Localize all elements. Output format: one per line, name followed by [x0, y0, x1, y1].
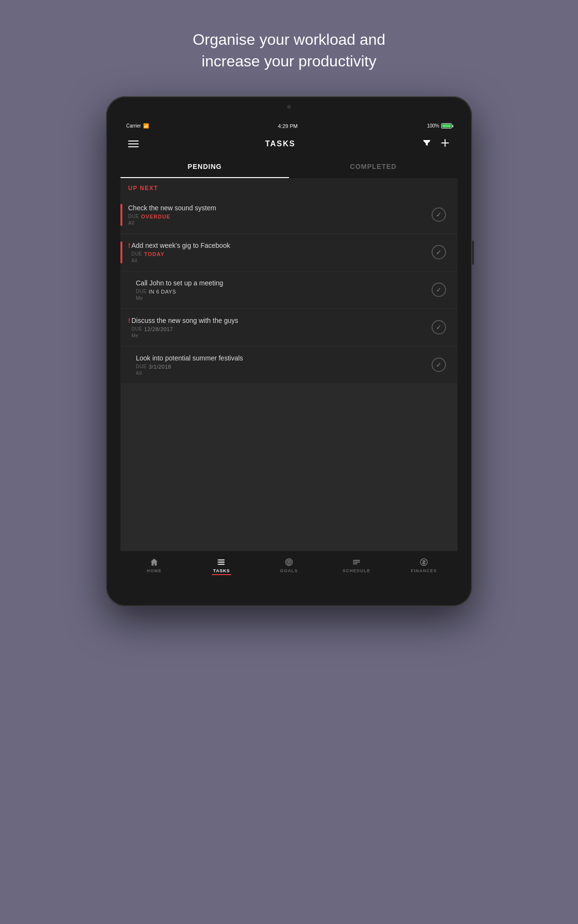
nav-label-tasks: TASKS [213, 568, 230, 573]
task-item: Check the new sound system DUE OVERDUE A… [120, 196, 458, 234]
task-meta: DUE IN 6 DAYS [136, 289, 426, 295]
plus-icon [440, 138, 450, 148]
svg-rect-2 [219, 564, 225, 565]
schedule-icon [352, 558, 361, 566]
assignee-tag: All [131, 258, 426, 263]
nav-item-schedule[interactable]: SCHEDULE [323, 558, 390, 575]
exclamation-icon: ! [128, 242, 131, 249]
complete-button[interactable]: ✓ [432, 358, 446, 372]
task-name: Call John to set up a meeting [136, 279, 426, 287]
tabs-container: PENDING COMPLETED [120, 156, 458, 178]
tasks-icon [217, 558, 226, 566]
check-icon: ✓ [436, 286, 442, 294]
nav-label-goals: GOALS [280, 568, 298, 573]
battery-fill [442, 124, 451, 128]
hero-text-line1: Organise your workload and [193, 29, 385, 51]
tablet-screen: Carrier 📶 4:29 PM 100% TASKS [120, 120, 458, 582]
svg-rect-10 [353, 562, 360, 563]
hero-text-line2: increase your productivity [193, 51, 385, 72]
task-content: Call John to set up a meeting DUE IN 6 D… [136, 279, 426, 301]
task-item: ! Discuss the new song with the guys DUE… [120, 309, 458, 346]
task-meta: DUE OVERDUE [128, 214, 426, 219]
header-actions [422, 138, 450, 150]
svg-rect-3 [218, 560, 219, 561]
task-content: Discuss the new song with the guys DUE 1… [131, 317, 426, 338]
priority-bar [120, 354, 122, 376]
svg-rect-5 [218, 564, 219, 565]
complete-button[interactable]: ✓ [432, 207, 446, 222]
task-name: Discuss the new song with the guys [131, 317, 426, 324]
svg-rect-9 [353, 560, 360, 561]
exclamation-icon: ! [128, 317, 131, 324]
task-content: Check the new sound system DUE OVERDUE A… [128, 204, 426, 226]
task-content: Look into potential summer festivals DUE… [136, 354, 426, 376]
carrier-text: Carrier [126, 123, 141, 128]
task-meta: DUE TODAY [131, 251, 426, 257]
tasks-list: Check the new sound system DUE OVERDUE A… [120, 196, 458, 551]
status-time: 4:29 PM [278, 123, 298, 129]
svg-rect-1 [219, 562, 225, 563]
goals-icon [285, 558, 293, 566]
filter-icon [422, 138, 432, 148]
nav-label-finances: FINANCES [411, 568, 437, 573]
check-icon: ✓ [436, 323, 442, 331]
content-area: UP NEXT Check the new sound system DUE O… [120, 178, 458, 551]
battery-percent: 100% [427, 123, 439, 128]
priority-bar [120, 204, 122, 226]
app-header: TASKS [120, 132, 458, 156]
home-icon [150, 558, 158, 566]
complete-button[interactable]: ✓ [432, 245, 446, 259]
bottom-nav: HOME TASKS [120, 551, 458, 582]
nav-label-schedule: SCHEDULE [342, 568, 370, 573]
task-name: Check the new sound system [128, 204, 426, 212]
task-item: ! Add next week's gig to Facebook DUE TO… [120, 234, 458, 271]
empty-space [120, 384, 458, 551]
svg-point-7 [287, 560, 291, 565]
status-left: Carrier 📶 [126, 123, 149, 128]
nav-item-finances[interactable]: FINANCES [390, 558, 458, 575]
complete-button[interactable]: ✓ [432, 282, 446, 297]
task-item: Look into potential summer festivals DUE… [120, 346, 458, 384]
priority-bar [120, 242, 122, 263]
nav-label-home: HOME [147, 568, 162, 573]
tab-pending[interactable]: PENDING [120, 156, 289, 178]
assignee-tag: Me [136, 295, 426, 301]
svg-rect-0 [219, 560, 225, 561]
task-meta: DUE 12/28/2017 [131, 326, 426, 332]
check-icon: ✓ [436, 211, 442, 218]
hero-tagline: Organise your workload and increase your… [193, 29, 385, 72]
task-content: Add next week's gig to Facebook DUE TODA… [131, 242, 426, 263]
wifi-icon: 📶 [143, 123, 149, 128]
task-name: Look into potential summer festivals [136, 354, 426, 362]
battery-bar [441, 123, 452, 128]
complete-button[interactable]: ✓ [432, 320, 446, 334]
nav-item-goals[interactable]: GOALS [255, 558, 323, 575]
add-button[interactable] [440, 138, 450, 150]
assignee-tag: Me [131, 333, 426, 338]
svg-rect-11 [353, 564, 357, 565]
task-item: Call John to set up a meeting DUE IN 6 D… [120, 271, 458, 309]
check-icon: ✓ [436, 361, 442, 369]
nav-item-tasks[interactable]: TASKS [188, 558, 255, 575]
priority-bar [120, 279, 122, 301]
status-bar: Carrier 📶 4:29 PM 100% [120, 120, 458, 132]
svg-point-8 [288, 561, 290, 563]
section-header: UP NEXT [120, 178, 458, 196]
task-meta: DUE 3/1/2018 [136, 364, 426, 370]
assignee-tag: All [136, 371, 426, 376]
filter-button[interactable] [422, 138, 432, 150]
nav-item-home[interactable]: HOME [120, 558, 188, 575]
svg-rect-4 [218, 562, 219, 563]
check-icon: ✓ [436, 248, 442, 256]
priority-bar [120, 317, 122, 338]
app-title: TASKS [265, 140, 295, 148]
battery-icon [441, 123, 452, 128]
up-next-label: UP NEXT [128, 185, 450, 192]
assignee-tag: All [128, 220, 426, 226]
status-right: 100% [427, 123, 452, 128]
task-name: Add next week's gig to Facebook [131, 242, 426, 249]
tab-completed[interactable]: COMPLETED [289, 156, 458, 178]
finances-icon [420, 558, 428, 566]
menu-icon[interactable] [128, 141, 139, 147]
tablet-frame: Carrier 📶 4:29 PM 100% TASKS [106, 96, 472, 606]
